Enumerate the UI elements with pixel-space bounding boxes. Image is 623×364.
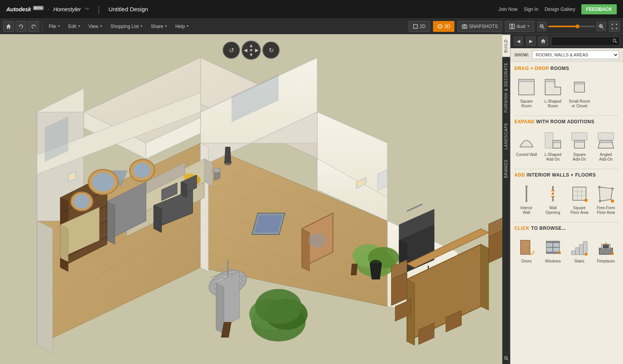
svg-rect-3 — [414, 24, 417, 28]
rotate-left-button[interactable]: ↺ — [223, 42, 240, 59]
pan-left-arrow[interactable]: ◀ — [244, 47, 247, 53]
pan-right-arrow[interactable]: ▶ — [255, 47, 259, 53]
redo-button[interactable] — [28, 21, 39, 32]
svg-point-84 — [255, 289, 302, 324]
navigation-controls: ↺ ▲ ▼ ◀ ▶ ↻ — [223, 40, 280, 60]
small-room-icon — [569, 77, 590, 98]
rotate-right-button[interactable]: ↻ — [262, 42, 280, 59]
stairs-icon — [569, 236, 590, 257]
panel-search-area[interactable] — [551, 37, 620, 46]
3d-viewport[interactable]: ↺ ▲ ▼ ◀ ▶ ↻ — [0, 34, 502, 364]
file-menu[interactable]: File▼ — [46, 21, 63, 32]
tab-brands[interactable]: BRANDS — [502, 154, 510, 183]
small-room-label: Small Roomor Closet — [569, 99, 590, 108]
free-form-floor-icon — [595, 183, 616, 204]
zoom-in-button[interactable] — [597, 22, 606, 31]
wall-opening-icon — [542, 183, 563, 204]
wall-opening-item[interactable]: WallOpening — [541, 182, 565, 217]
pan-up-arrow[interactable]: ▲ — [249, 43, 253, 48]
pan-control[interactable]: ▲ ▼ ◀ ▶ — [241, 40, 261, 60]
square-addon-item[interactable]: SquareAdd-On — [567, 128, 591, 163]
windows-icon — [542, 236, 563, 257]
fireplaces-item[interactable]: Fireplaces — [594, 235, 618, 265]
feedback-button[interactable]: FEEDBACK — [581, 4, 617, 14]
interior-walls-title: ADD INTERIOR WALLS + FLOORS — [514, 172, 619, 178]
home-button[interactable] — [3, 21, 14, 32]
drag-drop-rooms-section: DRAG + DROP ROOMS Squar — [514, 66, 619, 110]
svg-rect-80 — [255, 215, 282, 232]
svg-rect-138 — [545, 133, 553, 148]
svg-line-127 — [507, 359, 508, 360]
pan-down-arrow[interactable]: ▼ — [249, 52, 253, 58]
shopping-list-menu[interactable]: Shopping List▼ — [107, 21, 146, 32]
angled-addon-item[interactable]: AngledAdd-On — [594, 128, 618, 163]
svg-marker-114 — [60, 225, 68, 262]
main-content: ↺ ▲ ▼ ◀ ▶ ↻ — [0, 34, 623, 364]
zoom-slider[interactable] — [548, 26, 595, 27]
main-toolbar: File▼ Edit▼ View▼ Shopping List▼ Share▼ … — [0, 19, 623, 34]
browse-grid: Doors — [514, 235, 619, 265]
tab-furnish-decorate[interactable]: FURNISH & DECORATE — [502, 57, 510, 117]
curved-wall-item[interactable]: Curved Wall — [514, 128, 539, 163]
free-form-floor-item[interactable]: Free-FormFloor Area — [594, 182, 618, 217]
svg-marker-2 — [34, 26, 36, 27]
stairs-item[interactable]: Stairs — [567, 235, 591, 265]
square-addon-icon — [569, 130, 590, 151]
fullscreen-button[interactable] — [609, 21, 620, 32]
angled-addon-icon — [595, 130, 616, 151]
floorplan-svg — [0, 34, 502, 364]
tab-build[interactable]: BUILD — [502, 34, 510, 57]
edit-menu[interactable]: Edit▼ — [65, 21, 84, 32]
svg-rect-132 — [519, 79, 534, 82]
snapshots-button[interactable]: SNAPSHOTS — [458, 21, 502, 32]
share-menu[interactable]: Share▼ — [148, 21, 171, 32]
show-row: SHOW: ROOMS, WALLS & AREAS ALL FLOORS ON… — [510, 48, 623, 62]
right-panel: ◀ ▶ SHOW: ROOMS, WALLS & AREAS ALL — [510, 34, 623, 364]
drag-drop-rooms-title: DRAG + DROP ROOMS — [514, 66, 619, 71]
show-select[interactable]: ROOMS, WALLS & AREAS ALL FLOORS ONLY — [532, 51, 619, 59]
svg-rect-143 — [574, 140, 584, 142]
svg-point-126 — [505, 357, 507, 359]
svg-rect-155 — [573, 187, 586, 200]
zoom-out-button[interactable] — [537, 22, 547, 31]
toolbar-divider — [42, 22, 42, 31]
interior-walls-section: ADD INTERIOR WALLS + FLOORS — [514, 172, 619, 217]
windows-item[interactable]: Windows — [541, 235, 565, 265]
browse-normal: TO BROWSE... — [531, 226, 566, 231]
undo-button[interactable] — [16, 21, 26, 32]
svg-marker-1 — [19, 26, 20, 27]
square-room-item[interactable]: SquareRoom — [514, 75, 539, 110]
panel-search-icon[interactable] — [612, 38, 617, 44]
room-additions-normal: WITH ROOM ADDITIONS — [536, 119, 595, 124]
svg-rect-136 — [574, 82, 584, 84]
wall-opening-label: WallOpening — [546, 206, 560, 215]
dual-view-button[interactable]: dual▼ — [505, 21, 534, 32]
doors-item[interactable]: Doors — [514, 235, 539, 265]
interior-wall-item[interactable]: InteriorWall — [514, 182, 539, 217]
top-right-nav: Join Now Sign In Design Gallery FEEDBACK — [498, 4, 617, 14]
svg-line-9 — [543, 27, 544, 29]
svg-line-97 — [407, 204, 422, 211]
panel-home-button[interactable] — [539, 37, 548, 46]
3d-view-button[interactable]: 3D — [433, 21, 454, 32]
svg-marker-53 — [154, 205, 162, 233]
small-room-item[interactable]: Small Roomor Closet — [567, 75, 591, 110]
drag-drop-normal: ROOMS — [551, 66, 569, 71]
join-now-link[interactable]: Join Now — [498, 7, 517, 12]
panel-forward-button[interactable]: ▶ — [526, 37, 535, 46]
panel-search-input[interactable] — [554, 39, 612, 44]
help-menu[interactable]: Help▼ — [172, 21, 192, 32]
square-floor-item[interactable]: SquareFloor Area — [567, 182, 591, 217]
l-shaped-addon-item[interactable]: L-ShapedAdd-On — [541, 128, 565, 163]
tab-landscape[interactable]: LANDSCAPE — [502, 117, 510, 154]
2d-view-button[interactable]: 2D — [408, 21, 430, 32]
svg-marker-110 — [225, 147, 231, 163]
design-gallery-link[interactable]: Design Gallery — [545, 7, 575, 12]
fireplaces-label: Fireplaces — [597, 259, 615, 264]
l-shaped-room-item[interactable]: L-ShapedRoom — [541, 75, 565, 110]
panel-back-button[interactable]: ◀ — [514, 37, 523, 46]
view-menu[interactable]: View▼ — [85, 21, 106, 32]
sign-in-link[interactable]: Sign In — [524, 7, 538, 12]
additions-grid: Curved Wall L-ShapedAdd-On — [514, 128, 619, 163]
panel-search-tab[interactable] — [502, 352, 510, 364]
